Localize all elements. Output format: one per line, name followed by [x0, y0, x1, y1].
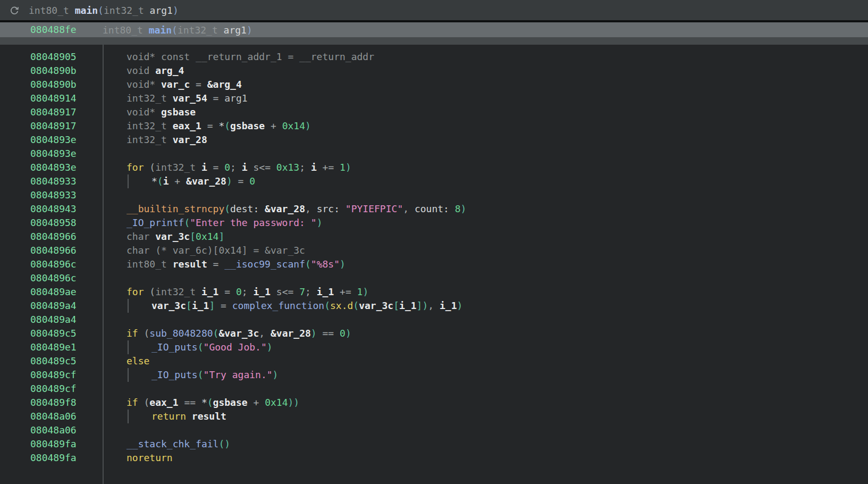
code-line[interactable]: 08048966char var_3c[0x14] — [0, 230, 868, 244]
code-line[interactable]: 080489a4 — [0, 313, 868, 327]
address[interactable]: 08048914 — [0, 91, 103, 105]
code-line[interactable]: 080489e1_IO_puts("Good Job.") — [0, 340, 868, 354]
variable-token[interactable]: i_1 — [192, 300, 209, 311]
address[interactable]: 080489c5 — [0, 354, 103, 368]
function-token[interactable]: _IO_printf — [127, 217, 184, 228]
code-line[interactable]: 080489cf_IO_puts("Try again.") — [0, 368, 868, 382]
variable-token[interactable]: &arg_4 — [207, 79, 242, 90]
code-line[interactable]: 080489fa__stack_chk_fail() — [0, 437, 868, 451]
address[interactable]: 0804893e — [0, 147, 103, 161]
code-line[interactable]: 08048966char (* var_6c)[0x14] = &var_3c — [0, 244, 868, 257]
code-line[interactable]: 080489a4var_3c[i_1] = complex_function(s… — [0, 299, 868, 313]
variable-token[interactable]: gsbase — [230, 120, 265, 131]
imported-function-token[interactable]: __builtin_strncpy — [127, 203, 224, 214]
address[interactable]: 08048933 — [0, 174, 103, 188]
string-token[interactable]: "PYIEFPIC" — [345, 203, 403, 214]
refresh-icon[interactable] — [9, 5, 20, 15]
string-token[interactable]: "Good Job." — [204, 341, 267, 353]
address[interactable]: 080489f8 — [0, 396, 103, 410]
function-address[interactable]: 080488fe — [0, 22, 103, 37]
code-line[interactable]: 08048917int32_t eax_1 = *(gsbase + 0x14) — [0, 119, 868, 133]
variable-token[interactable]: gsbase — [161, 106, 196, 118]
variable-token[interactable]: eax_1 — [173, 120, 201, 131]
variable-token[interactable]: i — [311, 162, 317, 173]
code-line[interactable]: 0804896c — [0, 271, 868, 285]
address[interactable]: 080489c5 — [0, 327, 103, 340]
variable-token[interactable]: arg_4 — [155, 65, 184, 76]
address[interactable]: 08048966 — [0, 244, 103, 257]
code-line[interactable]: 0804890bvoid* var_c = &arg_4 — [0, 78, 868, 91]
code-area[interactable]: 08048905void* const __return_addr_1 = __… — [0, 45, 868, 484]
function-row-signature[interactable]: int80_t main(int32_t arg1) — [103, 24, 252, 36]
code-line[interactable]: 08048943__builtin_strncpy(dest: &var_28,… — [0, 202, 868, 216]
variable-token[interactable]: var_3c — [151, 300, 186, 311]
function-token[interactable]: sub_8048280 — [149, 328, 213, 339]
code-line[interactable]: 0804893e — [0, 147, 868, 161]
address[interactable]: 080489ae — [0, 285, 103, 299]
code-line[interactable]: 080489c5if (sub_8048280(&var_3c, &var_28… — [0, 327, 868, 340]
function-token[interactable]: __stack_chk_fail — [127, 438, 218, 449]
address[interactable]: 0804893e — [0, 161, 103, 174]
code-line[interactable]: 08048914int32_t var_54 = arg1 — [0, 91, 868, 105]
variable-token[interactable]: var_c — [161, 79, 190, 90]
variable-token[interactable]: &var_3c — [218, 328, 259, 339]
variable-token[interactable]: var_3c — [155, 231, 190, 242]
address[interactable]: 0804896c — [0, 271, 103, 285]
address[interactable]: 080489fa — [0, 451, 103, 465]
variable-token[interactable]: gsbase — [213, 397, 248, 408]
number-token[interactable]: 1 — [340, 162, 345, 173]
code-line[interactable]: 0804896cint80_t result = __isoc99_scanf(… — [0, 257, 868, 271]
address[interactable]: 08048958 — [0, 216, 103, 230]
header-signature[interactable]: int80_t main(int32_t arg1) — [29, 5, 179, 16]
variable-token[interactable]: i — [163, 176, 169, 187]
function-token[interactable]: complex_function — [232, 300, 324, 311]
address[interactable]: 08048a06 — [0, 410, 103, 423]
address[interactable]: 0804893e — [0, 133, 103, 147]
address[interactable]: 0804890b — [0, 64, 103, 78]
variable-token[interactable]: i_1 — [399, 300, 417, 311]
variable-token[interactable]: var_3c — [359, 300, 393, 311]
address[interactable]: 080489fa — [0, 437, 103, 451]
code-line[interactable]: 080489aefor (int32_t i_1 = 0; i_1 s<= 7;… — [0, 285, 868, 299]
variable-token[interactable]: &var_28 — [265, 203, 305, 214]
variable-token[interactable]: i_1 — [253, 286, 271, 297]
variable-token[interactable]: i — [201, 162, 207, 173]
code-line[interactable]: 08048958_IO_printf("Enter the password: … — [0, 216, 868, 230]
variable-token[interactable]: i — [242, 162, 248, 173]
address[interactable]: 08048933 — [0, 188, 103, 202]
code-line[interactable]: 0804890bvoid arg_4 — [0, 64, 868, 78]
code-line[interactable]: 08048a06 — [0, 423, 868, 437]
variable-token[interactable]: &var_28 — [186, 176, 226, 187]
address[interactable]: 08048943 — [0, 202, 103, 216]
code-line[interactable]: 0804893eint32_t var_28 — [0, 133, 868, 147]
intrinsic-token[interactable]: sx.d — [330, 300, 353, 311]
code-line[interactable]: 0804893efor (int32_t i = 0; i s<= 0x13; … — [0, 161, 868, 174]
function-token[interactable]: _IO_puts — [151, 341, 198, 353]
function-name-token[interactable]: main — [149, 24, 172, 36]
number-token[interactable]: 0 — [249, 176, 255, 187]
number-token[interactable]: 0 — [224, 162, 230, 173]
variable-token[interactable]: result — [192, 411, 226, 422]
address[interactable]: 080489a4 — [0, 299, 103, 313]
address[interactable]: 080489e1 — [0, 340, 103, 354]
code-line[interactable]: 08048905void* const __return_addr_1 = __… — [0, 50, 868, 64]
address[interactable]: 08048a06 — [0, 423, 103, 437]
variable-token[interactable]: i_1 — [317, 286, 334, 297]
number-token[interactable]: 7 — [299, 286, 305, 297]
number-token[interactable]: 0 — [340, 328, 345, 339]
address[interactable]: 0804896c — [0, 257, 103, 271]
function-name-token[interactable]: main — [75, 5, 98, 16]
function-token[interactable]: _IO_puts — [151, 369, 198, 380]
variable-token[interactable]: &var_28 — [271, 328, 311, 339]
number-token[interactable]: 0x14 — [282, 120, 305, 131]
number-token[interactable]: 0x13 — [276, 162, 299, 173]
number-token[interactable]: 8 — [455, 203, 461, 214]
address[interactable]: 08048917 — [0, 105, 103, 119]
variable-token[interactable]: var_54 — [173, 93, 207, 104]
number-token[interactable]: 1 — [357, 286, 363, 297]
code-line[interactable]: 08048933 — [0, 188, 868, 202]
address[interactable]: 08048905 — [0, 50, 103, 64]
string-token[interactable]: "Try again." — [204, 369, 273, 380]
address[interactable]: 080489a4 — [0, 313, 103, 327]
code-line[interactable]: 080489fanoreturn — [0, 451, 868, 465]
